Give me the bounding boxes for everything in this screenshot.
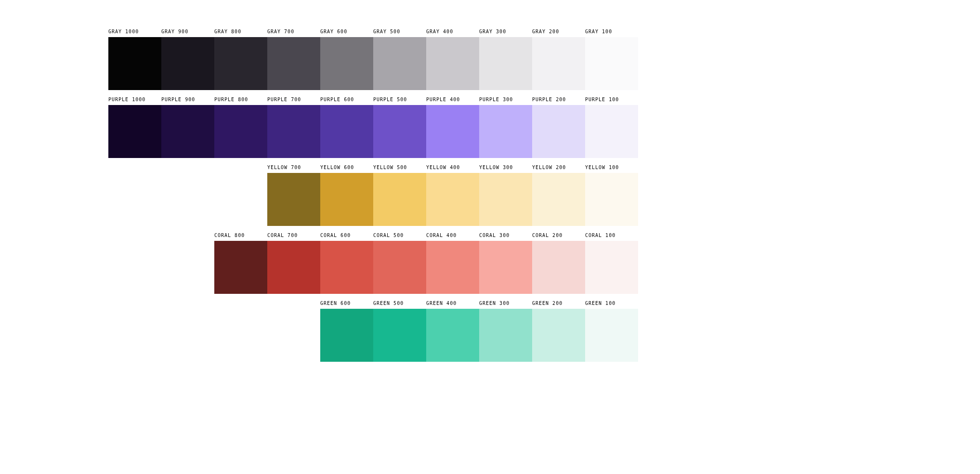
spacer — [267, 309, 320, 362]
coral-swatch-label: CORAL 300 — [479, 233, 532, 241]
green-swatch-label: GREEN 600 — [320, 301, 373, 309]
purple-swatch-label: PURPLE 700 — [267, 97, 320, 105]
coral-swatch-label: CORAL 600 — [320, 233, 373, 241]
green-swatch — [320, 309, 373, 362]
gray-swatch-label: GRAY 500 — [373, 29, 426, 37]
yellow-swatch — [320, 173, 373, 226]
green-swatch — [373, 309, 426, 362]
purple-swatch — [426, 105, 479, 158]
yellow-swatch — [373, 173, 426, 226]
gray-swatch-label: GRAY 400 — [426, 29, 479, 37]
spacer — [214, 173, 267, 226]
green-swatch-label: GREEN 100 — [585, 301, 638, 309]
spacer — [108, 165, 161, 173]
coral-swatch — [373, 241, 426, 294]
gray-swatch-label: GRAY 900 — [161, 29, 214, 37]
coral-swatch-label: CORAL 700 — [267, 233, 320, 241]
purple-swatch-label: PURPLE 800 — [214, 97, 267, 105]
green-swatch — [532, 309, 585, 362]
yellow-swatch-label: YELLOW 200 — [532, 165, 585, 173]
coral-swatch-label: CORAL 100 — [585, 233, 638, 241]
spacer — [108, 301, 161, 309]
purple-swatch — [214, 105, 267, 158]
green-swatch — [479, 309, 532, 362]
purple-swatch — [161, 105, 214, 158]
purple-swatch-label: PURPLE 500 — [373, 97, 426, 105]
coral-swatch-label: CORAL 400 — [426, 233, 479, 241]
purple-swatch — [373, 105, 426, 158]
coral-swatch — [479, 241, 532, 294]
purple-swatch-label: PURPLE 900 — [161, 97, 214, 105]
purple-swatch-label: PURPLE 300 — [479, 97, 532, 105]
coral-swatch — [267, 241, 320, 294]
purple-swatch — [320, 105, 373, 158]
yellow-swatch — [532, 173, 585, 226]
coral-swatch — [585, 241, 638, 294]
purple-swatch — [479, 105, 532, 158]
gray-swatch-label: GRAY 600 — [320, 29, 373, 37]
purple-swatch-label: PURPLE 400 — [426, 97, 479, 105]
yellow-swatch — [479, 173, 532, 226]
gray-swatch — [373, 37, 426, 90]
coral-swatch-row — [108, 241, 638, 294]
gray-swatch — [426, 37, 479, 90]
yellow-label-row: YELLOW 700YELLOW 600YELLOW 500YELLOW 400… — [108, 165, 638, 173]
yellow-swatch-label: YELLOW 700 — [267, 165, 320, 173]
gray-swatch-label: GRAY 300 — [479, 29, 532, 37]
green-swatch-label: GREEN 500 — [373, 301, 426, 309]
gray-swatch-label: GRAY 700 — [267, 29, 320, 37]
coral-swatch-label: CORAL 200 — [532, 233, 585, 241]
yellow-swatch-label: YELLOW 400 — [426, 165, 479, 173]
gray-swatch-label: GRAY 800 — [214, 29, 267, 37]
purple-swatch-label: PURPLE 600 — [320, 97, 373, 105]
spacer — [214, 165, 267, 173]
spacer — [161, 233, 214, 241]
coral-swatch — [214, 241, 267, 294]
gray-swatch — [161, 37, 214, 90]
yellow-swatch — [267, 173, 320, 226]
gray-swatch — [320, 37, 373, 90]
coral-swatch-label: CORAL 800 — [214, 233, 267, 241]
spacer — [108, 309, 161, 362]
gray-swatch — [532, 37, 585, 90]
gray-swatch-label: GRAY 200 — [532, 29, 585, 37]
gray-swatch-label: GRAY 1000 — [108, 29, 161, 37]
yellow-swatch-label: YELLOW 600 — [320, 165, 373, 173]
yellow-swatch — [585, 173, 638, 226]
gray-swatch — [479, 37, 532, 90]
spacer — [108, 173, 161, 226]
purple-swatch-label: PURPLE 100 — [585, 97, 638, 105]
green-swatch-label: GREEN 400 — [426, 301, 479, 309]
coral-swatch — [426, 241, 479, 294]
purple-swatch — [532, 105, 585, 158]
green-swatch — [426, 309, 479, 362]
purple-label-row: PURPLE 1000PURPLE 900PURPLE 800PURPLE 70… — [108, 97, 638, 105]
yellow-swatch-label: YELLOW 500 — [373, 165, 426, 173]
green-swatch-label: GREEN 300 — [479, 301, 532, 309]
gray-swatch — [267, 37, 320, 90]
spacer — [161, 173, 214, 226]
yellow-swatch-row — [108, 173, 638, 226]
coral-swatch — [320, 241, 373, 294]
purple-swatch — [585, 105, 638, 158]
spacer — [161, 309, 214, 362]
coral-swatch-label: CORAL 500 — [373, 233, 426, 241]
palette-grid: GRAY 1000GRAY 900GRAY 800GRAY 700GRAY 60… — [108, 29, 638, 362]
yellow-swatch — [426, 173, 479, 226]
spacer — [214, 301, 267, 309]
purple-swatch-label: PURPLE 200 — [532, 97, 585, 105]
yellow-swatch-label: YELLOW 300 — [479, 165, 532, 173]
green-label-row: GREEN 600GREEN 500GREEN 400GREEN 300GREE… — [108, 301, 638, 309]
spacer — [108, 233, 161, 241]
purple-swatch — [108, 105, 161, 158]
gray-swatch-label: GRAY 100 — [585, 29, 638, 37]
purple-swatch-row — [108, 105, 638, 158]
spacer — [214, 309, 267, 362]
green-swatch-row — [108, 309, 638, 362]
spacer — [161, 165, 214, 173]
spacer — [267, 301, 320, 309]
gray-swatch — [214, 37, 267, 90]
spacer — [161, 301, 214, 309]
yellow-swatch-label: YELLOW 100 — [585, 165, 638, 173]
green-swatch-label: GREEN 200 — [532, 301, 585, 309]
